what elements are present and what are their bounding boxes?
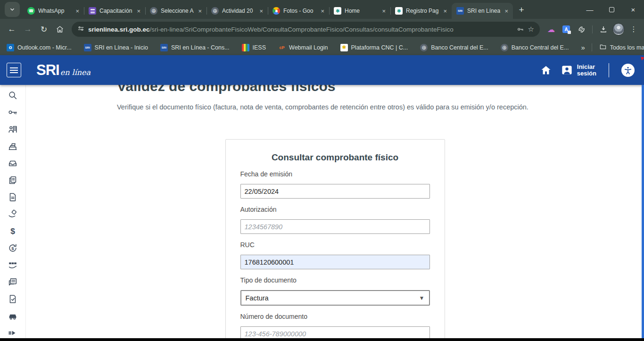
- vehicle-icon[interactable]: [8, 311, 18, 321]
- sri-icon: [456, 7, 464, 15]
- restore-icon: [609, 7, 614, 12]
- tab-title: Actividad 20: [222, 8, 255, 14]
- bookmark-banco-central-1[interactable]: Banco Central del E...: [420, 44, 488, 51]
- menu-dots-icon[interactable]: ⋮: [627, 23, 640, 36]
- tab-registro[interactable]: Registro Pag ×: [390, 3, 452, 19]
- login-button[interactable]: Iniciar sesión: [561, 64, 596, 77]
- numero-documento-label: Número de documento: [240, 313, 430, 320]
- restore-button[interactable]: [601, 0, 622, 19]
- tab-close-icon[interactable]: ×: [258, 8, 264, 15]
- tipo-documento-select[interactable]: Factura ▼: [240, 290, 430, 306]
- autorizacion-label: Autorización: [240, 206, 430, 213]
- taxpayer-icon[interactable]: [8, 124, 18, 134]
- ruc-input[interactable]: [240, 255, 430, 269]
- bookmark-sri-inicio[interactable]: SRI en Línea - Inicio: [84, 44, 148, 51]
- more-forward-icon[interactable]: [8, 328, 18, 338]
- tab-close-icon[interactable]: ×: [197, 8, 203, 15]
- tab-sri-en-linea-active[interactable]: SRI en Línea ×: [452, 3, 513, 19]
- bookmark-outlook[interactable]: Outlook.com - Micr...: [7, 44, 72, 51]
- back-button[interactable]: ←: [5, 22, 19, 36]
- download-icon: [599, 25, 608, 33]
- cloud-extension-icon[interactable]: ☁: [545, 23, 558, 36]
- document-comment-icon[interactable]: [8, 277, 18, 287]
- dollar-icon[interactable]: $: [8, 226, 18, 236]
- payment-cards-icon[interactable]: [8, 260, 18, 270]
- tab-close-icon[interactable]: ×: [381, 8, 387, 15]
- tab-title: Registro Pag: [406, 8, 439, 14]
- site-controls-icon[interactable]: [77, 25, 84, 34]
- bookmark-label: Plataforma CNC | C...: [351, 44, 408, 51]
- tab-close-icon[interactable]: ×: [136, 8, 141, 15]
- minimize-button[interactable]: —: [579, 0, 601, 19]
- forward-button[interactable]: →: [21, 22, 35, 36]
- new-tab-button[interactable]: +: [515, 3, 528, 17]
- sri-icon: [84, 44, 91, 51]
- tab-fotos[interactable]: Fotos - Goo ×: [268, 3, 329, 19]
- toolbar-separator: [592, 25, 593, 33]
- sri-logo-tagline: en línea: [60, 68, 91, 77]
- whatsapp-icon: [27, 7, 35, 15]
- bookmark-webmail[interactable]: Webmail Login: [278, 44, 328, 51]
- home-icon[interactable]: [540, 65, 552, 76]
- tab-whatsapp[interactable]: WhatsApp ×: [23, 3, 84, 19]
- document-check-icon[interactable]: [8, 294, 18, 304]
- autorizacion-input[interactable]: [240, 219, 430, 234]
- extensions-puzzle-icon[interactable]: [575, 23, 588, 36]
- accessibility-button[interactable]: [621, 64, 635, 77]
- tab-seleccione[interactable]: Seleccione A ×: [145, 3, 206, 19]
- close-window-button[interactable]: ×: [622, 0, 644, 19]
- profile-avatar[interactable]: [612, 23, 625, 36]
- search-icon[interactable]: [8, 90, 18, 100]
- sri-logo[interactable]: SRI en línea: [36, 62, 91, 79]
- tab-home[interactable]: Home ×: [329, 3, 390, 19]
- downloads-button[interactable]: [597, 23, 610, 36]
- google-forms-icon: [89, 7, 96, 15]
- saved-passwords-key-icon[interactable]: [517, 25, 524, 33]
- inbox-icon[interactable]: [8, 158, 18, 168]
- all-bookmarks-button[interactable]: Todos los marcadores: [599, 43, 644, 52]
- folder-icon: [599, 43, 607, 52]
- tab-title: Fotos - Goo: [283, 8, 316, 14]
- tab-close-icon[interactable]: ×: [504, 8, 509, 15]
- tab-close-icon[interactable]: ×: [74, 8, 80, 15]
- document-icon[interactable]: [8, 192, 18, 202]
- hamburger-menu-button[interactable]: [7, 63, 21, 77]
- tab-close-icon[interactable]: ×: [320, 8, 325, 15]
- fecha-emision-input[interactable]: [240, 184, 430, 199]
- tab-actividad[interactable]: Actividad 20 ×: [206, 3, 268, 19]
- consulta-form-card: Consultar comprobante físico Fecha de em…: [225, 139, 445, 341]
- bookmark-star-icon[interactable]: ☆: [528, 25, 534, 33]
- tab-strip: WhatsApp × Capacitación × Seleccione A ×…: [0, 0, 644, 19]
- bookmark-sri-consultas[interactable]: SRI en Línea - Cons...: [160, 44, 230, 51]
- refund-icon[interactable]: $: [8, 243, 18, 253]
- bookmark-banco-central-2[interactable]: Banco Central del E...: [501, 44, 569, 51]
- globe-icon: [501, 44, 508, 51]
- fecha-emision-label: Fecha de emisión: [240, 170, 430, 178]
- globe-icon: [150, 7, 157, 15]
- bookmark-iess[interactable]: IESS: [242, 44, 266, 51]
- home-button[interactable]: [53, 22, 67, 36]
- globe-icon: [420, 44, 428, 51]
- window-controls: — ×: [579, 0, 644, 19]
- address-bar[interactable]: srienlinea.sri.gob.ec/sri-en-linea/SriCo…: [72, 22, 540, 37]
- google-photos-icon: [272, 7, 280, 15]
- tab-search-button[interactable]: [5, 2, 20, 17]
- bookmarks-overflow-chevron[interactable]: »: [581, 43, 584, 51]
- page-scrollbar[interactable]: [642, 85, 644, 338]
- bookmark-cnc[interactable]: Plataforma CNC | C...: [340, 44, 408, 51]
- cash-register-icon[interactable]: [8, 141, 18, 151]
- copies-icon[interactable]: [8, 175, 18, 185]
- translate-extension-icon[interactable]: A: [560, 23, 573, 36]
- user-badge-icon: [561, 64, 573, 76]
- tab-title: Seleccione A: [161, 8, 194, 14]
- url-host: srienlinea.sri.gob.ec: [88, 26, 150, 33]
- tag-hand-icon[interactable]: [8, 209, 18, 219]
- bookmark-label: IESS: [253, 44, 266, 51]
- header-separator: [609, 63, 609, 77]
- tab-close-icon[interactable]: ×: [442, 8, 448, 15]
- teal-flower-icon: [334, 7, 341, 15]
- key-icon[interactable]: [8, 107, 18, 117]
- reload-button[interactable]: ↻: [37, 22, 51, 36]
- login-label: Iniciar sesión: [577, 64, 596, 77]
- tab-capacitacion[interactable]: Capacitación ×: [84, 3, 145, 19]
